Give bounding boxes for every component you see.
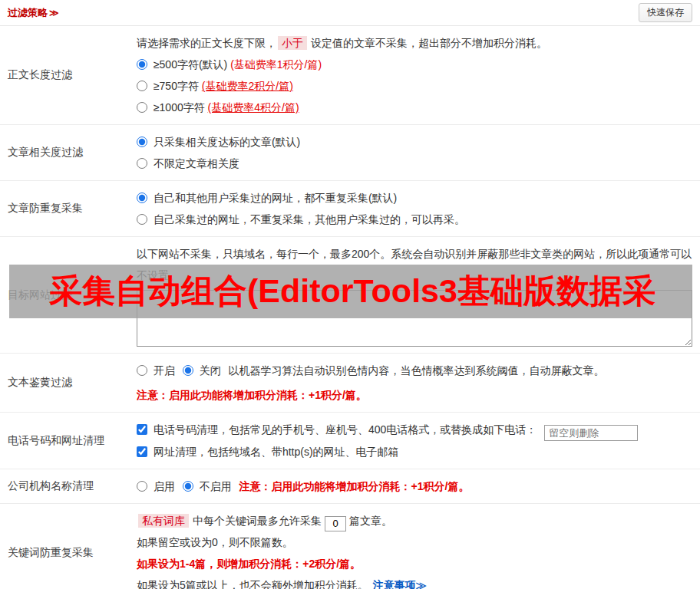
keyword-note-cost: 如果设为1-4篇，则增加积分消耗：+2积分/篇。 xyxy=(137,553,692,574)
dedupe-option-self-only-label: 自己采集过的网址，不重复采集，其他用户采集过的，可以再采。 xyxy=(154,213,465,225)
dedupe-radio-self-only[interactable] xyxy=(137,214,147,225)
row-label-porn-filter: 文本鉴黄过滤 xyxy=(0,354,132,412)
filter-strategy-page: 过滤策略≫ 快速保存 正文长度过滤 请选择需求的正文长度下限，小于设定值的文章不… xyxy=(0,0,700,589)
org-clean-radio-on[interactable] xyxy=(137,481,147,492)
chevron-expand-icon: ≫ xyxy=(49,8,59,18)
length-option-500-fee: (基础费率1积分/篇) xyxy=(230,58,322,71)
porn-radio-on[interactable] xyxy=(137,365,147,376)
phone-clean-checkbox[interactable] xyxy=(137,424,147,435)
dedupe-option-all-users[interactable]: 自己和其他用户采集过的网址，都不重复采集(默认) xyxy=(137,187,692,209)
site-filter-intro: 以下网站不采集，只填域名，每行一个，最多200个。系统会自动识别并屏蔽那些非文章… xyxy=(137,243,692,286)
notes-link-text: 注意事项 xyxy=(373,579,416,589)
relevance-option-strict-label: 只采集相关度达标的文章(默认) xyxy=(154,136,300,148)
relevance-radio-any[interactable] xyxy=(137,158,147,169)
length-radio-500[interactable] xyxy=(137,59,147,70)
row-content-keyword-dedupe: 私有词库中每个关键词最多允许采集篇文章。 如果留空或设为0，则不限篇数。 如果设… xyxy=(132,504,700,589)
relevance-option-strict[interactable]: 只采集相关度达标的文章(默认) xyxy=(137,131,692,153)
row-text-length-filter: 正文长度过滤 请选择需求的正文长度下限，小于设定值的文章不采集，超出部分不增加积… xyxy=(0,26,700,125)
porn-option-off[interactable]: 关闭 xyxy=(183,364,224,377)
quick-save-button[interactable]: 快速保存 xyxy=(639,3,692,22)
url-clean-line: 网址清理，包括纯域名、带http(s)的网址、电子邮箱 xyxy=(137,441,692,462)
row-content-dedupe: 自己和其他用户采集过的网址，都不重复采集(默认) 自己采集过的网址，不重复采集，… xyxy=(132,181,700,236)
row-phone-url-clean: 电话号码和网址清理 电话号码清理，包括常见的手机号、座机号、400电话格式，或替… xyxy=(0,413,700,469)
relevance-option-any[interactable]: 不限定文章相关度 xyxy=(137,153,692,174)
text-length-intro: 请选择需求的正文长度下限，小于设定值的文章不采集，超出部分不增加积分消耗。 xyxy=(137,32,692,54)
phone-clean-label: 电话号码清理，包括常见的手机号、座机号、400电话格式，或替换成如下电话： xyxy=(154,423,537,436)
length-option-750[interactable]: ≥750字符 (基础费率2积分/篇) xyxy=(137,75,692,97)
length-option-1000-label: ≥1000字符 xyxy=(154,101,205,114)
row-content-text-length: 请选择需求的正文长度下限，小于设定值的文章不采集，超出部分不增加积分消耗。 ≥5… xyxy=(132,26,700,124)
length-option-1000-fee: (基础费率4积分/篇) xyxy=(208,101,299,114)
porn-option-on-label: 开启 xyxy=(154,364,175,377)
row-content-relevance: 只采集相关度达标的文章(默认) 不限定文章相关度 xyxy=(132,125,700,180)
org-clean-off-label: 不启用 xyxy=(200,480,232,492)
keyword-note-unlimited: 如果留空或设为0，则不限篇数。 xyxy=(137,531,692,553)
length-option-750-label: ≥750字符 xyxy=(154,80,199,92)
intro-pre: 请选择需求的正文长度下限， xyxy=(137,37,276,49)
row-content-org-clean: 启用 不启用 注意：启用此功能将增加积分消耗：+1积分/篇。 xyxy=(132,469,700,503)
row-content-porn-filter: 开启 关闭 以机器学习算法自动识别色情内容，当色情概率达到系统阈值，自动屏蔽文章… xyxy=(132,354,700,412)
private-lexicon-badge: 私有词库 xyxy=(138,514,189,528)
dedupe-option-all-users-label: 自己和其他用户采集过的网址，都不重复采集(默认) xyxy=(154,192,397,204)
relevance-option-any-label: 不限定文章相关度 xyxy=(154,157,239,169)
org-clean-option-on[interactable]: 启用 xyxy=(137,480,178,492)
org-clean-cost-note: 注意：启用此功能将增加积分消耗：+1积分/篇。 xyxy=(239,480,470,492)
phone-clean-option[interactable]: 电话号码清理，包括常见的手机号、座机号、400电话格式，或替换成如下电话： xyxy=(137,423,540,436)
row-label-site-filter: 目标网站过滤 xyxy=(0,237,132,353)
org-clean-radio-off[interactable] xyxy=(183,481,193,492)
porn-radio-off[interactable] xyxy=(183,365,193,376)
row-site-filter: 目标网站过滤 以下网站不采集，只填域名，每行一个，最多200个。系统会自动识别并… xyxy=(0,237,700,354)
page-title-text: 过滤策略 xyxy=(8,7,48,18)
length-option-750-fee: (基础费率2积分/篇) xyxy=(202,80,293,92)
intro-highlight-less-than: 小于 xyxy=(278,36,307,50)
org-clean-on-label: 启用 xyxy=(154,480,175,492)
url-clean-checkbox[interactable] xyxy=(137,446,147,457)
keyword-limit-input[interactable] xyxy=(325,516,346,531)
row-content-site-filter: 以下网站不采集，只填域名，每行一个，最多200个。系统会自动识别并屏蔽那些非文章… xyxy=(132,237,700,353)
url-clean-label: 网址清理，包括纯域名、带http(s)的网址、电子邮箱 xyxy=(154,446,399,458)
keyword-note-free-line: 如果设为5篇或以上，也不会额外增加积分消耗。注意事项≫ xyxy=(137,574,692,589)
porn-filter-cost-note: 注意：启用此功能将增加积分消耗：+1积分/篇。 xyxy=(137,384,692,406)
length-option-500[interactable]: ≥500字符(默认) (基础费率1积分/篇) xyxy=(137,54,692,75)
keyword-note-free: 如果设为5篇或以上，也不会额外增加积分消耗。 xyxy=(137,579,368,589)
porn-filter-options: 开启 关闭 以机器学习算法自动识别色情内容，当色情概率达到系统阈值，自动屏蔽文章… xyxy=(137,360,692,381)
row-relevance-filter: 文章相关度过滤 只采集相关度达标的文章(默认) 不限定文章相关度 xyxy=(0,125,700,181)
row-dedupe-collection: 文章防重复采集 自己和其他用户采集过的网址，都不重复采集(默认) 自己采集过的网… xyxy=(0,181,700,237)
row-label-phone-url: 电话号码和网址清理 xyxy=(0,413,132,469)
phone-clean-line: 电话号码清理，包括常见的手机号、座机号、400电话格式，或替换成如下电话： xyxy=(137,419,692,441)
phone-replacement-input[interactable] xyxy=(544,425,638,441)
page-header: 过滤策略≫ 快速保存 xyxy=(0,0,700,26)
row-label-relevance: 文章相关度过滤 xyxy=(0,125,132,180)
porn-filter-description: 以机器学习算法自动识别色情内容，当色情概率达到系统阈值，自动屏蔽文章。 xyxy=(229,364,605,377)
notes-link[interactable]: 注意事项≫ xyxy=(373,579,427,589)
length-radio-750[interactable] xyxy=(137,81,147,91)
row-content-phone-url: 电话号码清理，包括常见的手机号、座机号、400电话格式，或替换成如下电话： 网址… xyxy=(132,413,700,469)
porn-option-off-label: 关闭 xyxy=(200,364,221,377)
relevance-radio-strict[interactable] xyxy=(137,137,147,147)
row-label-org-clean: 公司机构名称清理 xyxy=(0,469,132,503)
row-label-keyword-dedupe: 关键词防重复采集 xyxy=(0,504,132,589)
url-clean-option[interactable]: 网址清理，包括纯域名、带http(s)的网址、电子邮箱 xyxy=(137,446,399,458)
dedupe-radio-all-users[interactable] xyxy=(137,192,147,203)
blocked-sites-textarea[interactable] xyxy=(137,290,692,347)
row-keyword-dedupe: 关键词防重复采集 私有词库中每个关键词最多允许采集篇文章。 如果留空或设为0，则… xyxy=(0,504,700,589)
chevron-link-icon: ≫ xyxy=(416,579,427,589)
row-label-dedupe: 文章防重复采集 xyxy=(0,181,132,236)
keyword-limit-mid: 中每个关键词最多允许采集 xyxy=(193,515,322,527)
intro-post: 设定值的文章不采集，超出部分不增加积分消耗。 xyxy=(311,37,547,49)
org-clean-option-off[interactable]: 不启用 xyxy=(183,480,235,492)
keyword-limit-line: 私有词库中每个关键词最多允许采集篇文章。 xyxy=(137,510,692,531)
length-radio-1000[interactable] xyxy=(137,102,147,113)
porn-option-on[interactable]: 开启 xyxy=(137,364,178,377)
row-org-clean: 公司机构名称清理 启用 不启用 注意：启用此功能将增加积分消耗：+1积分/篇。 xyxy=(0,469,700,504)
length-option-500-label: ≥500字符(默认) xyxy=(154,58,227,71)
length-option-1000[interactable]: ≥1000字符 (基础费率4积分/篇) xyxy=(137,97,692,118)
row-label-text-length: 正文长度过滤 xyxy=(0,26,132,124)
dedupe-option-self-only[interactable]: 自己采集过的网址，不重复采集，其他用户采集过的，可以再采。 xyxy=(137,209,692,230)
page-title[interactable]: 过滤策略≫ xyxy=(8,6,59,20)
keyword-limit-suffix: 篇文章。 xyxy=(349,515,392,527)
row-porn-filter: 文本鉴黄过滤 开启 关闭 以机器学习算法自动识别色情内容，当色情概率达到系统阈值… xyxy=(0,354,700,413)
